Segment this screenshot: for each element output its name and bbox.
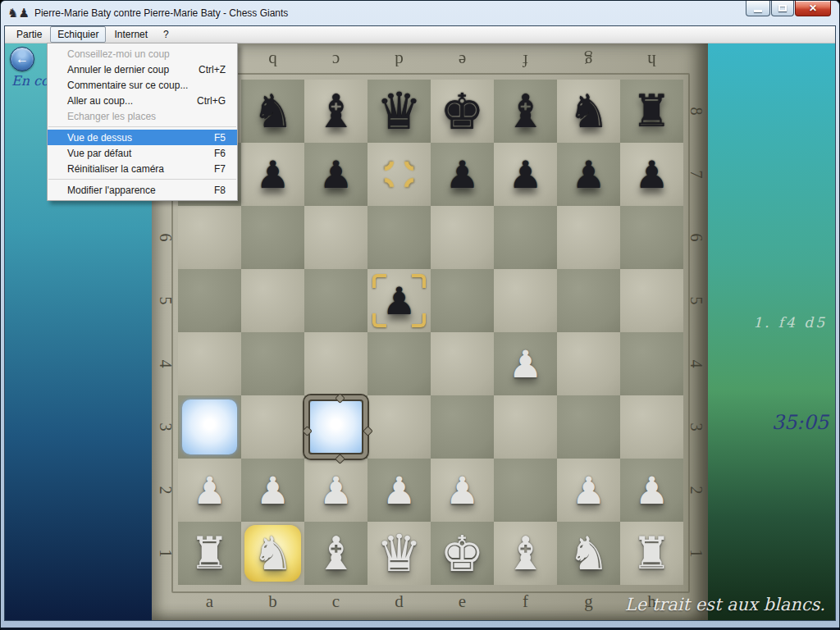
square-g3[interactable] bbox=[557, 395, 620, 459]
app-icon: ♞♟ bbox=[7, 6, 30, 21]
menuitem-vue-de-dessus[interactable]: Vue de dessusF5 bbox=[48, 130, 237, 145]
file-label-bottom-c: c bbox=[304, 591, 368, 612]
menu-separator bbox=[48, 126, 236, 127]
menuitem-label: Commentaire sur ce coup... bbox=[67, 80, 188, 91]
menubar: PartieEchiquierInternet? bbox=[5, 26, 835, 43]
square-f5[interactable] bbox=[494, 269, 557, 332]
piece-white-pawn-e2[interactable]: ♟ bbox=[431, 459, 494, 522]
piece-black-pawn-d5[interactable]: ♟ bbox=[368, 269, 431, 332]
menuitem-aller-au-coup[interactable]: Aller au coup...Ctrl+G bbox=[48, 93, 237, 108]
piece-black-pawn-e7[interactable]: ♟ bbox=[431, 143, 494, 206]
rank-label-right-1: 1 bbox=[664, 541, 728, 566]
file-label-bottom-f: f bbox=[494, 591, 557, 612]
game-clock: 35:05 bbox=[772, 411, 829, 434]
file-label-top-d: d bbox=[368, 50, 431, 71]
board-squares: ♜♞♝♛♚♝♞♜♟♟♟♟♟♟♟♟♟♟♟♟♟♟♟♟♜♞♝♛♚♝♞♜ bbox=[178, 80, 683, 585]
piece-white-pawn-f4[interactable]: ♟ bbox=[494, 332, 557, 395]
file-label-bottom-a: a bbox=[178, 591, 241, 612]
close-button[interactable]: ✕ bbox=[795, 1, 831, 16]
square-e4[interactable] bbox=[431, 332, 494, 395]
menuitem-vue-par-d-faut[interactable]: Vue par défautF6 bbox=[48, 145, 237, 161]
piece-white-queen-d1[interactable]: ♛ bbox=[368, 522, 431, 585]
rank-label-right-5: 5 bbox=[664, 289, 728, 313]
last-move-from-marker-bl bbox=[372, 174, 397, 199]
rank-label-left-6: 6 bbox=[134, 226, 197, 250]
move-list: 1. f4 d5 bbox=[753, 314, 827, 331]
piece-black-pawn-f7[interactable]: ♟ bbox=[494, 143, 557, 206]
last-move-from-marker-tr bbox=[400, 148, 426, 174]
menu-echiquier[interactable]: Echiquier bbox=[50, 26, 106, 43]
menuitem-echanger-les-places: Echanger les places bbox=[48, 108, 237, 124]
square-g4[interactable] bbox=[557, 332, 620, 395]
square-b3[interactable] bbox=[241, 395, 304, 459]
chess-giants-window: ♞♟ Pierre-Marie Baty contre Pierre-Marie… bbox=[0, 0, 840, 630]
back-button[interactable]: ← bbox=[10, 47, 34, 71]
menu-internet[interactable]: Internet bbox=[107, 26, 155, 43]
piece-black-knight-b8[interactable]: ♞ bbox=[241, 80, 304, 143]
square-b5[interactable] bbox=[241, 269, 304, 332]
menuitem-label: Annuler le dernier coup bbox=[67, 64, 169, 75]
file-label-top-f: f bbox=[494, 50, 557, 71]
hover-frame-ornament bbox=[302, 426, 313, 436]
rank-label-left-5: 5 bbox=[134, 289, 197, 313]
minimize-icon bbox=[754, 10, 762, 12]
square-d6[interactable] bbox=[368, 206, 431, 269]
menuitem-shortcut: F6 bbox=[214, 148, 226, 159]
piece-black-knight-g8[interactable]: ♞ bbox=[557, 80, 620, 143]
square-b6[interactable] bbox=[241, 206, 304, 269]
piece-black-bishop-f8[interactable]: ♝ bbox=[494, 80, 557, 143]
square-c4[interactable] bbox=[304, 332, 368, 395]
menuitem-shortcut: Ctrl+G bbox=[197, 95, 226, 107]
file-label-top-g: g bbox=[557, 50, 620, 71]
piece-white-pawn-b2[interactable]: ♟ bbox=[241, 459, 304, 522]
piece-white-bishop-f1[interactable]: ♝ bbox=[494, 522, 557, 585]
menuitem-commentaire-sur-ce-coup[interactable]: Commentaire sur ce coup... bbox=[48, 77, 237, 93]
piece-black-pawn-c7[interactable]: ♟ bbox=[304, 143, 368, 206]
square-b4[interactable] bbox=[241, 332, 304, 395]
piece-black-pawn-b7[interactable]: ♟ bbox=[241, 143, 304, 206]
piece-white-pawn-d2[interactable]: ♟ bbox=[368, 459, 431, 522]
window-controls: ✕ bbox=[745, 1, 831, 16]
square-c6[interactable] bbox=[304, 206, 368, 269]
piece-black-queen-d8[interactable]: ♛ bbox=[368, 80, 431, 143]
piece-white-bishop-c1[interactable]: ♝ bbox=[304, 522, 368, 585]
piece-white-knight-b1[interactable]: ♞ bbox=[241, 522, 304, 585]
menuitem-label: Vue par défaut bbox=[67, 148, 131, 159]
square-e3[interactable] bbox=[431, 395, 494, 459]
square-c5[interactable] bbox=[304, 269, 368, 332]
square-e6[interactable] bbox=[431, 206, 494, 269]
file-label-bottom-g: g bbox=[557, 591, 620, 612]
square-g5[interactable] bbox=[557, 269, 620, 332]
piece-white-knight-g1[interactable]: ♞ bbox=[557, 522, 620, 585]
titlebar[interactable]: ♞♟ Pierre-Marie Baty contre Pierre-Marie… bbox=[1, 1, 839, 25]
square-g6[interactable] bbox=[557, 206, 620, 269]
menuitem-label: Conseillez-moi un coup bbox=[67, 48, 170, 60]
menuitem-r-initialiser-la-cam-ra[interactable]: Réinitialiser la caméraF7 bbox=[48, 161, 237, 176]
file-label-top-b: b bbox=[241, 50, 304, 71]
square-e5[interactable] bbox=[431, 269, 494, 332]
piece-white-pawn-c2[interactable]: ♟ bbox=[304, 459, 368, 522]
menuitem-annuler-le-dernier-coup[interactable]: Annuler le dernier coupCtrl+Z bbox=[48, 62, 237, 77]
square-d4[interactable] bbox=[368, 332, 431, 395]
piece-white-pawn-g2[interactable]: ♟ bbox=[557, 459, 620, 522]
file-label-top-h: h bbox=[620, 50, 683, 71]
rank-label-right-4: 4 bbox=[664, 352, 728, 377]
square-f3[interactable] bbox=[494, 395, 557, 459]
menu-?[interactable]: ? bbox=[156, 26, 176, 43]
rank-label-right-3: 3 bbox=[664, 415, 728, 440]
square-f6[interactable] bbox=[494, 206, 557, 269]
back-icon: ← bbox=[16, 52, 29, 66]
piece-white-king-e1[interactable]: ♚ bbox=[431, 522, 494, 585]
square-d3[interactable] bbox=[368, 395, 431, 459]
minimize-button[interactable] bbox=[746, 1, 770, 16]
menuitem-label: Vue de dessus bbox=[67, 132, 132, 144]
menuitem-modifier-l-apparence[interactable]: Modifier l'apparenceF8 bbox=[48, 182, 237, 198]
square-f2[interactable] bbox=[494, 459, 557, 522]
menu-partie[interactable]: Partie bbox=[9, 26, 49, 43]
menuitem-shortcut: Ctrl+Z bbox=[199, 64, 226, 75]
piece-black-pawn-g7[interactable]: ♟ bbox=[557, 143, 620, 206]
close-icon: ✕ bbox=[809, 2, 817, 14]
piece-black-bishop-c8[interactable]: ♝ bbox=[304, 80, 368, 143]
piece-black-king-e8[interactable]: ♚ bbox=[431, 80, 494, 143]
maximize-button[interactable] bbox=[771, 1, 794, 16]
